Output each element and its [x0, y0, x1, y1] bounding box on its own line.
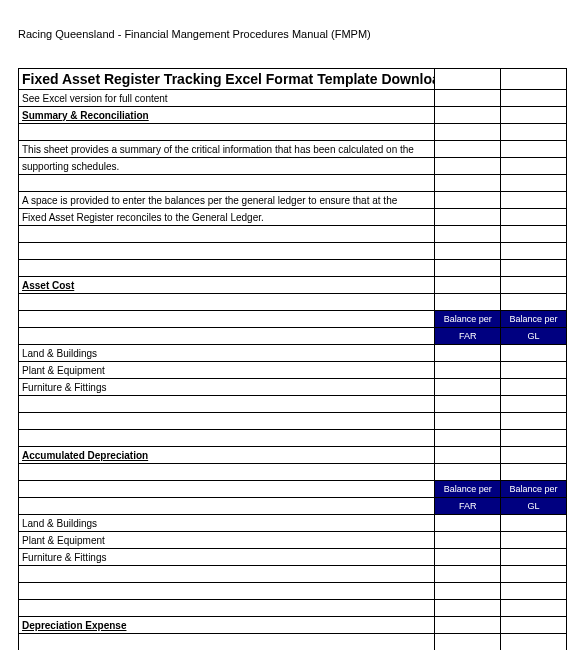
empty-cell — [501, 141, 567, 158]
title-row: Fixed Asset Register Tracking Excel Form… — [19, 69, 567, 90]
gl-label: GL — [501, 328, 567, 345]
title-cell: Fixed Asset Register Tracking Excel Form… — [19, 69, 435, 90]
item-row: Furniture & Fittings — [19, 379, 567, 396]
empty-cell — [435, 243, 501, 260]
gl-label: GL — [501, 498, 567, 515]
empty-cell — [501, 90, 567, 107]
empty-cell — [19, 328, 435, 345]
balance-per-far-label: Balance per — [435, 481, 501, 498]
empty-cell — [501, 158, 567, 175]
empty-cell — [19, 498, 435, 515]
empty-cell — [501, 464, 567, 481]
empty-cell — [501, 617, 567, 634]
empty-cell — [19, 294, 435, 311]
value-cell — [435, 515, 501, 532]
empty-cell — [435, 175, 501, 192]
section-summary-row: Summary & Reconciliation — [19, 107, 567, 124]
empty-cell — [19, 566, 435, 583]
value-cell — [435, 532, 501, 549]
desc-line2: supporting schedules. — [19, 158, 435, 175]
value-cell — [435, 379, 501, 396]
empty-cell — [501, 447, 567, 464]
empty-cell — [19, 481, 435, 498]
empty-row — [19, 396, 567, 413]
empty-cell — [501, 243, 567, 260]
value-cell — [501, 379, 567, 396]
subtitle-cell: See Excel version for full content — [19, 90, 435, 107]
empty-cell — [435, 413, 501, 430]
item-row: Plant & Equipment — [19, 532, 567, 549]
empty-cell — [435, 124, 501, 141]
empty-cell — [435, 430, 501, 447]
empty-cell — [435, 396, 501, 413]
desc-row: A space is provided to enter the balance… — [19, 192, 567, 209]
empty-cell — [19, 396, 435, 413]
empty-cell — [501, 634, 567, 651]
empty-row — [19, 124, 567, 141]
section-summary: Summary & Reconciliation — [19, 107, 435, 124]
empty-cell — [435, 141, 501, 158]
desc-row: supporting schedules. — [19, 158, 567, 175]
empty-cell — [435, 583, 501, 600]
section-accdep: Accumulated Depreciation — [19, 447, 435, 464]
empty-row — [19, 634, 567, 651]
value-cell — [501, 549, 567, 566]
empty-cell — [19, 260, 435, 277]
empty-row — [19, 294, 567, 311]
balance-per-gl-label: Balance per — [501, 311, 567, 328]
empty-cell — [19, 243, 435, 260]
empty-cell — [19, 175, 435, 192]
empty-row — [19, 413, 567, 430]
asset-register-table: Fixed Asset Register Tracking Excel Form… — [18, 68, 567, 650]
empty-row — [19, 243, 567, 260]
empty-cell — [501, 396, 567, 413]
section-accdep-row: Accumulated Depreciation — [19, 447, 567, 464]
empty-row — [19, 430, 567, 447]
empty-cell — [501, 430, 567, 447]
desc-row: This sheet provides a summary of the cri… — [19, 141, 567, 158]
empty-row — [19, 226, 567, 243]
empty-row — [19, 464, 567, 481]
far-label: FAR — [435, 498, 501, 515]
empty-cell — [435, 294, 501, 311]
balance-per-far-label: Balance per — [435, 311, 501, 328]
empty-cell — [501, 124, 567, 141]
balance-header-row2: FAR GL — [19, 328, 567, 345]
balance-per-gl-label: Balance per — [501, 481, 567, 498]
value-cell — [501, 532, 567, 549]
empty-cell — [501, 294, 567, 311]
item-row: Land & Buildings — [19, 345, 567, 362]
empty-cell — [501, 192, 567, 209]
empty-cell — [435, 634, 501, 651]
balance-header-row1: Balance per Balance per — [19, 481, 567, 498]
balance-header-row2: FAR GL — [19, 498, 567, 515]
empty-cell — [435, 566, 501, 583]
balance-header-row1: Balance per Balance per — [19, 311, 567, 328]
value-cell — [435, 362, 501, 379]
furniture-fittings-label: Furniture & Fittings — [19, 549, 435, 566]
empty-cell — [435, 209, 501, 226]
empty-cell — [435, 90, 501, 107]
land-buildings-label: Land & Buildings — [19, 515, 435, 532]
empty-cell — [19, 430, 435, 447]
empty-cell — [501, 566, 567, 583]
empty-cell — [19, 600, 435, 617]
section-assetcost: Asset Cost — [19, 277, 435, 294]
value-cell — [501, 515, 567, 532]
desc-row: Fixed Asset Register reconciles to the G… — [19, 209, 567, 226]
furniture-fittings-label: Furniture & Fittings — [19, 379, 435, 396]
empty-cell — [19, 583, 435, 600]
empty-row — [19, 175, 567, 192]
value-cell — [501, 362, 567, 379]
empty-row — [19, 260, 567, 277]
empty-cell — [435, 277, 501, 294]
empty-cell — [435, 226, 501, 243]
section-depexpense-row: Depreciation Expense — [19, 617, 567, 634]
empty-cell — [501, 175, 567, 192]
value-cell — [501, 345, 567, 362]
empty-cell — [501, 583, 567, 600]
empty-cell — [435, 69, 501, 90]
page-header: Racing Queensland - Financial Mangement … — [18, 28, 567, 40]
subtitle-row: See Excel version for full content — [19, 90, 567, 107]
desc-line4: Fixed Asset Register reconciles to the G… — [19, 209, 435, 226]
